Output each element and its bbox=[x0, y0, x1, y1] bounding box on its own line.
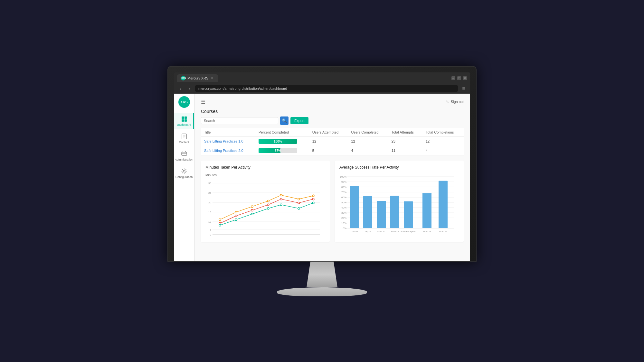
active-indicator bbox=[193, 113, 194, 129]
svg-text:70%: 70% bbox=[341, 191, 346, 194]
svg-rect-83 bbox=[390, 196, 399, 228]
export-btn[interactable]: Export bbox=[290, 117, 308, 124]
svg-text:80%: 80% bbox=[341, 186, 346, 189]
browser-tab[interactable]: XRS Mercury XRS ✕ bbox=[177, 74, 218, 82]
sidebar-item-dashboard[interactable]: Dashboard bbox=[174, 113, 194, 129]
sidebar-nav: Dashboard Content bbox=[174, 113, 194, 181]
svg-rect-6 bbox=[183, 136, 185, 136]
monitor: XRS Mercury XRS ✕ ─ □ ✕ ‹ › ≡ bbox=[167, 66, 477, 296]
svg-point-48 bbox=[219, 224, 221, 226]
cell-percent: 57% bbox=[255, 146, 309, 155]
cell-users-attempted: 5 bbox=[309, 146, 348, 155]
bar-chart-svg: 100% 90% 80% 70% 60% 50% 40% 30% 20% 10% bbox=[339, 173, 455, 235]
svg-text:20: 20 bbox=[208, 201, 211, 204]
sign-out-btn[interactable]: Sign out bbox=[451, 100, 464, 104]
cell-title: Safe Lifting Practices 2.0 bbox=[201, 146, 255, 155]
table-row: Safe Lifting Practices 2.0 57% 5 4 11 4 bbox=[201, 146, 464, 155]
cell-total-attempts: 23 bbox=[388, 136, 422, 146]
course-link-0[interactable]: Safe Lifting Practices 1.0 bbox=[204, 139, 243, 143]
svg-point-49 bbox=[235, 218, 237, 220]
svg-point-45 bbox=[280, 198, 282, 200]
svg-text:0%: 0% bbox=[343, 227, 346, 230]
restore-btn[interactable]: □ bbox=[457, 76, 461, 80]
forward-btn[interactable]: › bbox=[186, 85, 193, 92]
svg-text:Scan #4: Scan #4 bbox=[308, 236, 318, 236]
configuration-icon bbox=[181, 168, 188, 175]
svg-point-37 bbox=[267, 200, 269, 202]
search-input[interactable] bbox=[201, 117, 278, 124]
back-btn[interactable]: ‹ bbox=[177, 85, 184, 92]
progress-bar-container-0: 100% bbox=[259, 139, 297, 144]
url-bar[interactable] bbox=[195, 85, 458, 92]
window-controls: ─ □ ✕ bbox=[451, 76, 467, 80]
svg-text:Tutorial: Tutorial bbox=[350, 230, 358, 233]
minimize-btn[interactable]: ─ bbox=[451, 76, 455, 80]
sidebar-item-content[interactable]: Content bbox=[174, 130, 194, 146]
svg-point-38 bbox=[280, 194, 282, 196]
svg-text:Scan #2: Scan #2 bbox=[263, 236, 273, 236]
tab-favicon: XRS bbox=[181, 76, 185, 80]
line-chart-card: Minutes Taken Per Activity Minutes 30 25… bbox=[201, 161, 330, 242]
svg-text:20%: 20% bbox=[341, 217, 346, 219]
app-container: XRS bbox=[174, 94, 470, 261]
svg-text:90%: 90% bbox=[341, 181, 346, 183]
svg-rect-1 bbox=[185, 116, 187, 119]
svg-text:Scan #1: Scan #1 bbox=[377, 230, 385, 233]
progress-label-0: 100% bbox=[274, 139, 282, 143]
sidebar-content-label: Content bbox=[179, 141, 189, 144]
monitor-stand-neck bbox=[303, 262, 341, 287]
browser-chrome: XRS Mercury XRS ✕ ─ □ ✕ ‹ › ≡ bbox=[174, 72, 470, 94]
close-btn[interactable]: ✕ bbox=[463, 76, 467, 80]
browser-menu-icon[interactable]: ≡ bbox=[460, 86, 467, 91]
svg-point-53 bbox=[298, 207, 300, 209]
svg-point-50 bbox=[251, 213, 253, 215]
charts-row: Minutes Taken Per Activity Minutes 30 25… bbox=[201, 161, 464, 242]
svg-text:Scan #3: Scan #3 bbox=[423, 230, 431, 233]
svg-point-43 bbox=[251, 209, 253, 211]
svg-rect-8 bbox=[182, 152, 187, 155]
svg-rect-79 bbox=[363, 196, 372, 228]
svg-point-47 bbox=[312, 198, 314, 200]
courses-section-title: Courses bbox=[201, 109, 464, 114]
svg-text:Tutorial: Tutorial bbox=[216, 236, 224, 236]
sidebar-config-label: Configuration bbox=[175, 175, 193, 179]
course-link-1[interactable]: Safe Lifting Practices 2.0 bbox=[204, 149, 243, 153]
app-logo: XRS bbox=[178, 96, 190, 108]
browser-titlebar: XRS Mercury XRS ✕ ─ □ ✕ bbox=[174, 72, 470, 84]
svg-text:Tag In: Tag In bbox=[365, 230, 371, 233]
svg-point-34 bbox=[219, 218, 221, 220]
svg-rect-77 bbox=[350, 186, 359, 228]
search-toolbar: 🔍 Export bbox=[201, 116, 464, 125]
svg-rect-89 bbox=[439, 181, 448, 228]
search-btn[interactable]: 🔍 bbox=[280, 116, 289, 125]
svg-text:30: 30 bbox=[208, 182, 211, 185]
svg-text:60%: 60% bbox=[341, 196, 346, 199]
svg-rect-85 bbox=[404, 201, 413, 228]
svg-text:10%: 10% bbox=[341, 222, 346, 225]
sidebar-item-configuration[interactable]: Configuration bbox=[174, 165, 194, 181]
svg-point-52 bbox=[280, 204, 282, 206]
hamburger-menu-btn[interactable]: ☰ bbox=[201, 99, 205, 105]
main-content: ☰ ⤡ Sign out Courses 🔍 bbox=[194, 94, 470, 261]
svg-text:Scan #2: Scan #2 bbox=[391, 230, 399, 233]
sidebar-item-administration[interactable]: Administration bbox=[174, 148, 194, 164]
svg-point-35 bbox=[235, 211, 237, 213]
svg-rect-2 bbox=[182, 119, 184, 122]
svg-text:40%: 40% bbox=[341, 206, 346, 209]
svg-text:Scan #3: Scan #3 bbox=[294, 236, 304, 236]
monitor-screen: XRS Mercury XRS ✕ ─ □ ✕ ‹ › ≡ bbox=[174, 72, 470, 261]
svg-text:30%: 30% bbox=[341, 211, 346, 214]
sidebar: XRS bbox=[174, 94, 194, 261]
svg-point-36 bbox=[251, 205, 253, 207]
svg-text:0: 0 bbox=[210, 233, 212, 236]
screen-bezel: XRS Mercury XRS ✕ ─ □ ✕ ‹ › ≡ bbox=[167, 66, 477, 262]
svg-text:25: 25 bbox=[208, 191, 211, 194]
tab-close-btn[interactable]: ✕ bbox=[210, 76, 214, 80]
search-icon: 🔍 bbox=[282, 118, 287, 123]
svg-text:5: 5 bbox=[210, 228, 212, 231]
courses-table: Title Percent Completed Users Attempted … bbox=[201, 128, 464, 155]
svg-rect-7 bbox=[183, 137, 185, 137]
svg-point-51 bbox=[267, 207, 269, 209]
table-row: Safe Lifting Practices 1.0 100% 12 12 23… bbox=[201, 136, 464, 146]
svg-text:Scan #4: Scan #4 bbox=[439, 230, 447, 233]
